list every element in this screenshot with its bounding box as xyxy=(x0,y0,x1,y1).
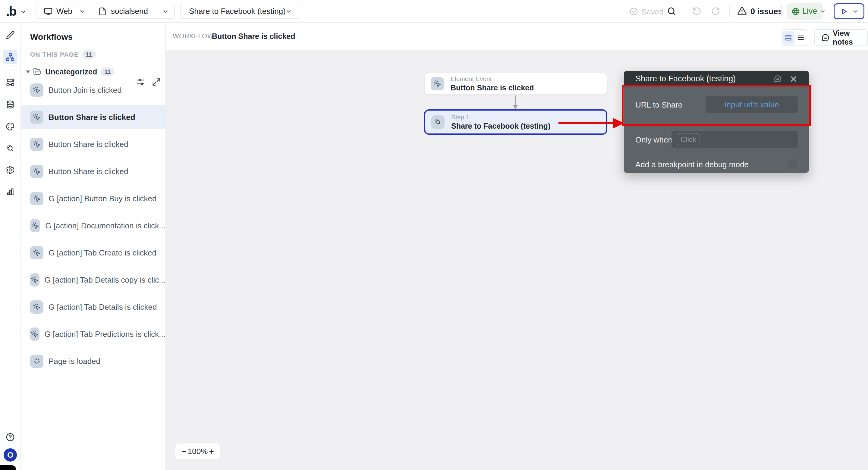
issues-count[interactable]: 0 issues xyxy=(750,7,783,16)
view-mode-toggle xyxy=(781,29,808,46)
breakpoint-checkbox[interactable] xyxy=(788,159,798,169)
event-node[interactable]: Element Event Button Share is clicked xyxy=(424,73,607,95)
divider xyxy=(781,5,782,17)
workflow-list-item[interactable]: G [action] Tab Create is clicked xyxy=(21,241,165,265)
url-to-share-value[interactable]: Input url's value xyxy=(706,96,798,113)
workflow-item-label: G [action] Tab Predictions is click... xyxy=(44,330,165,339)
workflow-list-item[interactable]: G [action] Documentation is click... xyxy=(21,214,165,238)
folder-uncategorized[interactable]: Uncategorized 11 xyxy=(21,67,165,77)
breakpoint-label: Add a breakpoint in debug mode xyxy=(635,160,749,169)
data-icon[interactable] xyxy=(6,100,15,109)
chevron-down-icon xyxy=(285,8,292,15)
plugins-icon[interactable] xyxy=(6,144,15,153)
only-when-label: Only when xyxy=(635,135,673,145)
workflow-list-item[interactable]: Button Join is clicked xyxy=(21,78,165,102)
click-event-icon xyxy=(30,192,43,205)
url-to-share-label: URL to Share xyxy=(635,100,683,110)
page-dropdown[interactable]: socialsend xyxy=(111,7,148,16)
divider xyxy=(682,5,682,17)
folder-label: Uncategorized xyxy=(45,67,97,76)
zoom-out-button[interactable]: − xyxy=(181,447,186,457)
click-event-icon xyxy=(30,84,43,97)
panel-title: Workflows xyxy=(30,32,73,42)
workflow-item-label: G [action] Tab Details copy is clic... xyxy=(44,275,165,285)
workflow-list-item-selected[interactable]: Button Share is clicked xyxy=(21,105,165,129)
screen-corner xyxy=(0,465,16,470)
preview-run-button[interactable] xyxy=(834,3,864,19)
list-view-button[interactable] xyxy=(795,31,807,44)
monitor-icon xyxy=(44,7,53,16)
styles-icon[interactable] xyxy=(6,122,15,131)
workflow-item-label: G [action] Tab Details is clicked xyxy=(49,303,157,312)
workflow-selector-dropdown[interactable]: Share to Facebook (testing) xyxy=(180,4,299,19)
connector-arrow-icon xyxy=(512,95,519,109)
workflow-header-label: WORKFLOW: xyxy=(173,23,216,50)
workflow-list-item[interactable]: Button Share is clicked xyxy=(21,132,165,156)
workflow-selector-label: Share to Facebook (testing) xyxy=(189,7,286,16)
undo-icon[interactable] xyxy=(692,7,701,15)
workflow-canvas[interactable]: Element Event Button Share is clicked St… xyxy=(166,50,868,470)
chevron-down-icon[interactable] xyxy=(20,8,27,15)
note-icon xyxy=(821,33,830,42)
workflow-list-item[interactable]: G [action] Tab Details is clicked xyxy=(21,295,165,319)
components-icon[interactable] xyxy=(6,78,15,87)
workflows-icon xyxy=(6,53,15,61)
workflow-list-item[interactable]: Page is loaded xyxy=(21,349,165,373)
workflow-list-item[interactable]: G [action] Button Buy is clicked xyxy=(21,187,165,211)
workflow-list-item[interactable]: Button Share is clicked xyxy=(21,159,165,184)
saved-status: Saved xyxy=(641,7,664,17)
workflow-header-title: Button Share is clicked xyxy=(212,23,295,50)
click-event-icon xyxy=(30,301,43,314)
workflow-item-label: Button Share is clicked xyxy=(49,167,128,176)
click-event-icon xyxy=(30,111,43,124)
only-when-placeholder-chip[interactable]: Click xyxy=(677,133,700,145)
click-event-icon xyxy=(30,327,39,341)
workflow-item-label: Page is loaded xyxy=(49,357,100,366)
logs-icon[interactable] xyxy=(6,187,15,196)
top-bar: .b Web socialsend Share to Facebook (tes… xyxy=(0,0,868,23)
popup-header[interactable]: Share to Facebook (testing) xyxy=(624,71,809,87)
zoom-in-button[interactable]: + xyxy=(209,447,214,457)
caret-down-icon[interactable] xyxy=(25,70,31,74)
note-icon[interactable] xyxy=(774,75,782,83)
only-when-input[interactable]: Click xyxy=(672,131,798,148)
close-icon[interactable] xyxy=(789,75,798,83)
environment-dropdown[interactable]: Live xyxy=(787,3,823,20)
workflow-item-label: Button Share is clicked xyxy=(49,113,135,122)
design-icon[interactable] xyxy=(6,30,15,39)
section-label: ON THIS PAGE xyxy=(30,51,79,58)
list-view-icon xyxy=(797,34,805,41)
device-dropdown[interactable]: Web xyxy=(56,7,72,16)
folder-count-badge: 11 xyxy=(101,67,114,76)
search-icon[interactable] xyxy=(667,6,676,16)
url-to-share-input[interactable]: Input url's value xyxy=(706,96,798,113)
redo-icon[interactable] xyxy=(711,7,720,15)
event-node-title: Button Share is clicked xyxy=(451,84,534,92)
bubble-logo[interactable]: .b xyxy=(6,0,16,23)
issues-warning-icon[interactable] xyxy=(737,6,747,16)
help-icon[interactable] xyxy=(5,432,15,442)
card-view-button[interactable] xyxy=(782,31,795,44)
device-page-selector: Web socialsend xyxy=(36,4,175,19)
workflow-item-label: Button Join is clicked xyxy=(49,86,122,95)
settings-icon[interactable] xyxy=(6,165,15,175)
workflows-tab-active[interactable] xyxy=(3,50,18,64)
zoom-level: 100% xyxy=(188,447,208,456)
action-properties-popup: Share to Facebook (testing) URL to Share… xyxy=(624,71,809,173)
avatar[interactable]: O xyxy=(4,448,17,462)
click-event-icon xyxy=(30,246,43,259)
click-event-icon xyxy=(30,165,43,178)
workflow-list-item[interactable]: G [action] Tab Details copy is clic... xyxy=(21,268,165,292)
card-view-icon xyxy=(784,34,792,41)
divider xyxy=(92,4,92,19)
environment-label: Live xyxy=(802,7,817,16)
chevron-down-icon[interactable] xyxy=(79,8,86,15)
view-notes-button[interactable]: View notes xyxy=(814,29,868,46)
chevron-down-icon[interactable] xyxy=(162,8,169,15)
page-load-icon xyxy=(30,355,43,368)
workflow-list-item[interactable]: G [action] Tab Predictions is click... xyxy=(21,322,165,346)
step-node[interactable]: Step 1 Share to Facebook (testing) xyxy=(424,109,607,135)
step-node-title: Share to Facebook (testing) xyxy=(451,122,550,130)
event-node-kind: Element Event xyxy=(451,75,534,83)
view-notes-label: View notes xyxy=(833,29,861,46)
